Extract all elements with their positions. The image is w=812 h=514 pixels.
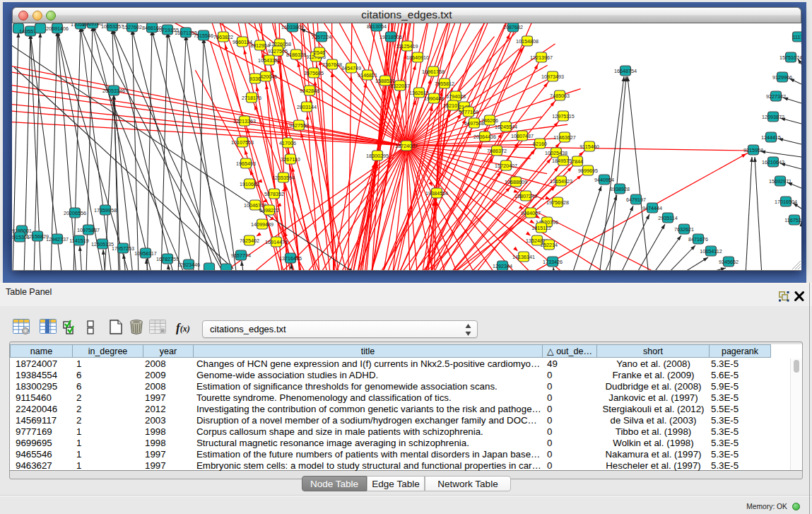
svg-text:12213967: 12213967 [530, 54, 553, 61]
svg-text:15692971: 15692971 [769, 178, 792, 185]
svg-text:7663822: 7663822 [213, 34, 233, 40]
svg-text:19384554: 19384554 [425, 190, 448, 197]
svg-text:7844: 7844 [572, 158, 583, 165]
svg-text:9129966: 9129966 [772, 74, 792, 81]
svg-text:17359958: 17359958 [94, 207, 117, 214]
svg-text:9115460: 9115460 [579, 144, 599, 150]
svg-text:15751074: 15751074 [779, 54, 801, 61]
svg-text:9657774: 9657774 [231, 252, 251, 259]
svg-text:9777169: 9777169 [459, 109, 478, 115]
svg-text:10653257: 10653257 [101, 23, 124, 30]
svg-text:16648754: 16648754 [614, 68, 637, 74]
svg-text:5878352: 5878352 [264, 191, 284, 197]
svg-text:2718176: 2718176 [242, 95, 261, 101]
svg-text:12353594: 12353594 [272, 175, 295, 181]
svg-text:9227342: 9227342 [766, 93, 786, 100]
svg-text:16033809: 16033809 [281, 24, 304, 30]
svg-text:5498222: 5498222 [259, 207, 279, 214]
svg-text:9215958: 9215958 [743, 147, 763, 153]
svg-text:7955812: 7955812 [435, 81, 454, 87]
svg-text:17016504: 17016504 [775, 199, 797, 205]
svg-text:17957253: 17957253 [112, 245, 134, 252]
svg-text:12923446: 12923446 [177, 262, 200, 268]
svg-text:6794028: 6794028 [446, 93, 466, 100]
svg-text:16245544: 16245544 [495, 124, 517, 130]
svg-text:9146821: 9146821 [358, 72, 377, 78]
svg-text:8322037: 8322037 [390, 83, 410, 89]
svg-text:2935114: 2935114 [658, 215, 677, 221]
svg-text:8912954: 8912954 [250, 42, 270, 49]
svg-text:10958117: 10958117 [134, 250, 156, 257]
svg-text:1990448: 1990448 [424, 95, 444, 102]
svg-text:13654923: 13654923 [550, 178, 572, 185]
svg-text:1244415: 1244415 [761, 134, 781, 141]
svg-text:20364436: 20364436 [473, 134, 496, 140]
svg-text:12505135: 12505135 [91, 241, 114, 247]
svg-text:10975887: 10975887 [77, 227, 100, 233]
svg-text:62160: 62160 [533, 141, 547, 147]
svg-text:16210643: 16210643 [762, 159, 784, 165]
svg-text:2546: 2546 [314, 49, 325, 56]
svg-text:2087682: 2087682 [503, 24, 523, 30]
svg-text:12093872: 12093872 [762, 114, 784, 120]
svg-text:7625402: 7625402 [240, 238, 259, 244]
svg-text:13716485: 13716485 [279, 255, 302, 262]
svg-text:7357224: 7357224 [312, 34, 331, 40]
svg-text:18640910: 18640910 [406, 54, 429, 61]
svg-text:7986372: 7986372 [487, 148, 507, 154]
svg-text:252214: 252214 [541, 242, 558, 248]
svg-text:16782759: 16782759 [156, 256, 179, 262]
svg-text:7632621: 7632621 [674, 226, 694, 233]
svg-text:10688609: 10688609 [505, 179, 527, 185]
svg-text:2367608: 2367608 [322, 62, 342, 68]
svg-text:10807487: 10807487 [511, 133, 534, 139]
svg-text:3267110: 3267110 [281, 156, 300, 163]
svg-text:1527602: 1527602 [122, 24, 142, 30]
svg-text:18724007: 18724007 [395, 143, 418, 149]
svg-text:10543382: 10543382 [258, 57, 281, 64]
svg-text:14136141: 14136141 [512, 254, 535, 260]
svg-text:8471676: 8471676 [688, 236, 708, 243]
svg-text:8938928: 8938928 [610, 186, 630, 192]
svg-text:9440954: 9440954 [594, 177, 614, 183]
svg-text:10025438: 10025438 [545, 150, 567, 156]
svg-text:18807249: 18807249 [514, 193, 537, 199]
svg-text:417006: 417006 [279, 140, 296, 146]
svg-text:9336: 9336 [249, 76, 261, 82]
svg-text:9427552: 9427552 [289, 122, 309, 129]
svg-text:1117: 1117 [793, 34, 801, 40]
svg-text:7515546: 7515546 [194, 33, 213, 39]
svg-text:2069140: 2069140 [83, 23, 102, 27]
svg-text:12975115: 12975115 [552, 113, 574, 119]
svg-text:14099489: 14099489 [251, 221, 273, 228]
svg-text:19218506: 19218506 [379, 34, 402, 40]
svg-text:9474444: 9474444 [642, 205, 662, 211]
svg-text:9084067: 9084067 [521, 210, 541, 216]
svg-text:9327505: 9327505 [268, 48, 288, 54]
svg-text:9242848: 9242848 [300, 88, 319, 94]
svg-text:2803144: 2803144 [297, 104, 317, 110]
svg-text:1292344: 1292344 [493, 263, 512, 269]
svg-text:746266: 746266 [481, 117, 498, 124]
svg-text:20206556: 20206556 [64, 210, 86, 216]
svg-text:11463627: 11463627 [553, 134, 575, 141]
svg-text:10973493: 10973493 [541, 74, 564, 80]
svg-text:10154808: 10154808 [516, 38, 539, 45]
svg-text:16961758: 16961758 [422, 69, 445, 75]
svg-text:9660124: 9660124 [233, 39, 252, 45]
svg-text:10654112: 10654112 [700, 248, 722, 255]
svg-text:1815112: 1815112 [531, 225, 551, 231]
svg-text:20691406: 20691406 [46, 25, 69, 32]
svg-text:8186328: 8186328 [286, 52, 306, 58]
svg-text:8454749: 8454749 [341, 65, 361, 71]
svg-text:18300295: 18300295 [366, 153, 389, 159]
svg-text:7485063: 7485063 [550, 93, 570, 99]
svg-text:10107553: 10107553 [231, 139, 254, 146]
svg-text:1167534: 1167534 [784, 217, 801, 223]
svg-text:20053346: 20053346 [102, 88, 125, 94]
svg-text:19756928: 19756928 [546, 199, 569, 206]
svg-text:12942737: 12942737 [46, 236, 69, 243]
svg-text:1910682: 1910682 [240, 181, 259, 187]
svg-text:1141519: 1141519 [69, 238, 88, 244]
svg-text:6479197: 6479197 [626, 197, 646, 203]
